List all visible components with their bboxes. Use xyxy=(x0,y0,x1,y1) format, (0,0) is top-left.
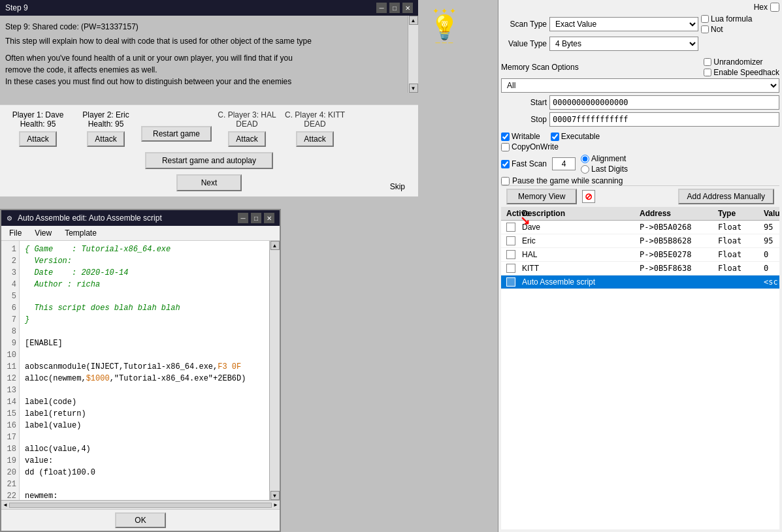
right-checkboxes: Lua formula Not xyxy=(701,14,779,34)
player2-attack-button[interactable]: Attack xyxy=(87,131,124,147)
player1-attack-button[interactable]: Attack xyxy=(19,131,56,147)
executable-checkbox[interactable] xyxy=(551,133,559,141)
unrandomizer-checkbox[interactable] xyxy=(704,58,711,66)
h-scroll-left[interactable]: ◄ xyxy=(3,502,8,508)
tutorial-line4: remove the code, it affects enemies as w… xyxy=(5,64,413,76)
ln-10: 10 xyxy=(4,349,16,361)
ln-4: 4 xyxy=(4,279,16,290)
restart-autoplay-button[interactable]: Restart game and autoplay xyxy=(145,152,273,169)
tutorial-line1: This step will explain how to deal with … xyxy=(5,35,413,47)
stop-row: Stop xyxy=(501,112,779,127)
ln-6: 6 xyxy=(4,302,16,314)
start-row: Start xyxy=(501,95,779,110)
memory-view-button[interactable]: Memory View xyxy=(506,189,577,204)
pause-checkbox[interactable] xyxy=(501,177,510,185)
restart-game-button[interactable]: Restart game xyxy=(141,126,212,142)
last-digits-radio[interactable] xyxy=(581,165,589,174)
autoassemble-footer: OK xyxy=(1,509,280,531)
hex-checkbox[interactable] xyxy=(770,3,779,12)
cplayer4-attack-button[interactable]: Attack xyxy=(296,131,333,147)
mem-scan-title-row: Memory Scan Options Unrandomizer Enable … xyxy=(501,57,779,77)
fast-scan-checkbox[interactable] xyxy=(501,160,510,168)
aa-title-area: ⚙ Auto Assemble edit: Auto Assemble scri… xyxy=(7,213,162,223)
stop-input[interactable] xyxy=(549,112,779,127)
aa-close-button[interactable]: ✕ xyxy=(264,213,274,223)
ln-12: 12 xyxy=(4,373,16,384)
minimize-button[interactable]: ─ xyxy=(376,3,387,13)
cplayer3-attack-button[interactable]: Attack xyxy=(228,131,265,147)
last-digits-item: Last Digits xyxy=(581,164,628,174)
scroll-up-arrow[interactable]: ▲ xyxy=(409,16,418,25)
unrandomizer-item: Unrandomizer xyxy=(704,57,779,67)
scroll-down-arrow[interactable]: ▼ xyxy=(409,84,418,93)
eric-active xyxy=(504,236,519,246)
table-row-eric[interactable]: Eric P->0B5B8628 Float 95 xyxy=(501,234,779,248)
next-button[interactable]: Next xyxy=(176,174,242,191)
code-line-14: label(code) xyxy=(25,396,264,408)
script-type xyxy=(715,281,761,283)
menu-bar: File View Template xyxy=(1,226,280,241)
view-menu[interactable]: View xyxy=(32,227,54,239)
memory-scan-select[interactable]: All xyxy=(501,78,779,93)
table-row-script[interactable]: Auto Assemble script <script> xyxy=(501,275,779,289)
file-menu[interactable]: File xyxy=(7,227,24,239)
red-arrow-indicator: ↘ xyxy=(520,213,530,228)
aa-maximize-button[interactable]: □ xyxy=(251,213,261,223)
right-checkboxes-3: Unrandomizer Enable Speedhack xyxy=(704,57,779,77)
hal-value: 0 xyxy=(761,249,779,260)
speedhack-checkbox[interactable] xyxy=(704,69,711,76)
ok-button[interactable]: OK xyxy=(115,512,165,528)
cow-checkbox[interactable] xyxy=(501,143,510,151)
script-active-checkbox[interactable] xyxy=(506,277,515,287)
hal-address: P->0B5E0278 xyxy=(637,249,715,260)
code-content[interactable]: { Game : Tutorial-x86_64.exe Version: Da… xyxy=(20,241,269,500)
table-row-kitt[interactable]: KITT P->0B5F8638 Float 0 xyxy=(501,262,779,275)
fast-scan-item: Fast Scan xyxy=(501,159,547,168)
maximize-button[interactable]: □ xyxy=(389,3,400,13)
not-checkbox[interactable] xyxy=(701,25,709,33)
lightbulb-area: ✦ ✦ ✦ 💡 ─ ─ ─ xyxy=(421,7,467,46)
eric-active-checkbox[interactable] xyxy=(506,236,515,245)
lightbulb-icon: 💡 xyxy=(421,16,467,39)
pause-row: Pause the game while scanning xyxy=(501,176,779,185)
skip-link[interactable]: Skip xyxy=(390,182,405,191)
executable-item: Executable xyxy=(551,132,600,141)
kitt-active-checkbox[interactable] xyxy=(506,264,515,273)
table-row-hal[interactable]: HAL P->0B5E0278 Float 0 xyxy=(501,248,779,262)
dave-active-checkbox[interactable] xyxy=(506,223,515,232)
fast-scan-row: Fast Scan Alignment Last Digits xyxy=(501,154,779,174)
code-scroll-up[interactable]: ▲ xyxy=(270,241,280,250)
lua-formula-label: Lua formula xyxy=(711,14,752,23)
code-scrollbar[interactable]: ▲ ▼ xyxy=(269,241,280,500)
horizontal-scrollbar[interactable]: ◄ ► xyxy=(1,500,280,509)
pause-label: Pause the game while scanning xyxy=(512,176,623,185)
template-menu[interactable]: Template xyxy=(62,227,99,239)
alignment-radio[interactable] xyxy=(581,155,589,163)
hal-active-checkbox[interactable] xyxy=(506,250,515,259)
code-line-13 xyxy=(25,384,264,396)
value-type-select[interactable]: 4 Bytes xyxy=(549,37,698,51)
alignment-label: Alignment xyxy=(591,154,626,163)
tutorial-scrollbar[interactable]: ▲ ▼ xyxy=(408,16,418,93)
script-value: <script> xyxy=(761,277,779,287)
scan-type-select[interactable]: Exact Value xyxy=(549,17,698,31)
add-address-button[interactable]: Add Address Manually xyxy=(678,189,774,204)
cplayer3-health: DEAD xyxy=(236,119,257,129)
close-button[interactable]: ✕ xyxy=(402,3,413,13)
cplayer4-health: DEAD xyxy=(304,119,325,129)
speedhack-label: Enable Speedhack xyxy=(713,68,779,77)
table-row-dave[interactable]: Dave P->0B5A0268 Float 95 xyxy=(501,221,779,234)
ln-7: 7 xyxy=(4,314,16,326)
middle-grey-bar xyxy=(285,209,498,222)
fast-scan-value-input[interactable] xyxy=(552,157,576,170)
lua-formula-checkbox[interactable] xyxy=(701,15,709,23)
ln-8: 8 xyxy=(4,326,16,337)
writable-checkbox[interactable] xyxy=(501,133,510,141)
h-scroll-right[interactable]: ► xyxy=(273,502,278,508)
next-area: Next Skip xyxy=(5,174,413,191)
cplayer4-name: C. Player 4: KITT xyxy=(285,110,345,119)
cow-label: CopyOnWrite xyxy=(512,142,559,151)
start-input[interactable] xyxy=(549,95,779,110)
aa-minimize-button[interactable]: ─ xyxy=(238,213,248,223)
code-scroll-down[interactable]: ▼ xyxy=(270,491,280,500)
